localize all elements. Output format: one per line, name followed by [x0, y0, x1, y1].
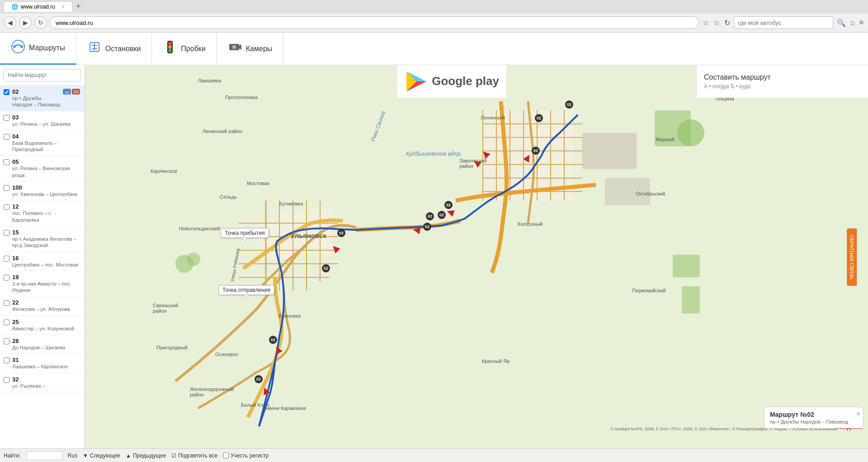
route-number: 25: [12, 319, 80, 325]
prev-icon: ▲: [126, 452, 131, 459]
route-info-close-button[interactable]: ×: [856, 410, 860, 418]
route-item[interactable]: 25Авиастар – ул. Корунковой: [0, 316, 85, 335]
route-item[interactable]: 12пос. Поливно – с. Баратаевка: [0, 200, 85, 226]
route-item[interactable]: 192-я пр-ная Авиастр – пос. Индюee: [0, 271, 85, 297]
route-item[interactable]: 04База Водоканала – Пригородный: [0, 130, 85, 156]
prev-button[interactable]: ▲ Предыдущее: [126, 452, 166, 459]
tram-icon: 🚎: [72, 89, 80, 95]
route-checkbox[interactable]: [4, 89, 9, 95]
register-checkbox[interactable]: [223, 452, 229, 458]
route-desc: ул. Рылеева –: [12, 383, 80, 389]
tab-routes-label: Маршруты: [29, 44, 65, 52]
route-checkbox[interactable]: [4, 275, 9, 281]
search-icon[interactable]: 🔍: [837, 19, 846, 27]
svg-rect-48: [682, 286, 700, 314]
home-icon[interactable]: ⌂: [850, 19, 855, 27]
route-number: 28: [12, 338, 80, 344]
route-item[interactable]: 28До Народов – Шигаева: [0, 335, 85, 354]
star-icon2[interactable]: ☆: [713, 19, 720, 27]
browser-tab-bar: 🌐 www.ulroad.ru × +: [0, 0, 868, 14]
browser-chrome: 🌐 www.ulroad.ru × + ◀ ▶ ↻ ☆ ☆ ↻ 🔍 ⌂ ≡: [0, 0, 868, 33]
find-input[interactable]: [26, 451, 62, 460]
tab-stops[interactable]: Остановки: [76, 33, 152, 65]
route-checkbox[interactable]: [4, 115, 9, 121]
svg-rect-16: [85, 65, 868, 448]
tab-close[interactable]: ×: [61, 4, 65, 10]
route-number: 04: [12, 133, 80, 140]
browser-search-input[interactable]: [734, 16, 833, 29]
svg-point-6: [168, 45, 172, 49]
route-number: 12: [12, 203, 80, 210]
route-item[interactable]: 02пр-т Дружбы Народов – Пивзавод🚌🚎: [0, 86, 85, 111]
svg-point-2: [20, 45, 23, 48]
route-checkbox[interactable]: [4, 256, 9, 262]
svg-marker-9: [239, 44, 241, 50]
route-number: 100: [12, 184, 80, 191]
svg-rect-47: [673, 255, 700, 277]
route-search-input[interactable]: [4, 69, 81, 81]
map-area[interactable]: Река Свияга Куйбышевское вдхр. Лаишевка …: [85, 65, 868, 448]
route-number: 05: [12, 158, 80, 165]
route-desc: пр-т Дружбы Народов – Пивзавод: [12, 95, 60, 108]
refresh-button[interactable]: ↻: [34, 16, 47, 29]
new-tab-button[interactable]: +: [76, 2, 81, 11]
svg-rect-46: [655, 110, 691, 147]
register-button[interactable]: Учесть регистр: [223, 452, 269, 459]
google-play-banner[interactable]: Google play: [397, 65, 506, 98]
bottom-bar: Найти: Rus ▼ Следующее ▲ Предыдущее ☑ По…: [0, 448, 868, 462]
routes-icon: [11, 39, 25, 57]
tab-routes[interactable]: Маршруты: [0, 33, 76, 65]
svg-point-5: [168, 42, 172, 45]
tab-traffic[interactable]: Пробки: [152, 33, 217, 65]
route-checkbox[interactable]: [4, 204, 9, 210]
map-svg: Река Свияга Куйбышевское вдхр.: [85, 65, 868, 448]
route-item[interactable]: 32ул. Рылеева –: [0, 373, 85, 392]
route-item[interactable]: 100ул. Хватихова – Центробанк: [0, 181, 85, 200]
route-desc: ул. Репина – ул. Шигаева: [12, 121, 80, 127]
tab-title: www.ulroad.ru: [21, 4, 55, 10]
search-label: Найти:: [4, 452, 21, 459]
route-number: 15: [12, 229, 80, 236]
google-play-label: Google play: [432, 74, 499, 88]
sidebar: 02пр-т Дружбы Народов – Пивзавод🚌🚎03ул. …: [0, 65, 85, 448]
route-desc: пос. Поливно – с. Баратаевка: [12, 210, 80, 223]
route-item[interactable]: 22Филатова – ул. Аблукова: [0, 296, 85, 315]
route-checkbox[interactable]: [4, 159, 9, 165]
route-number: 02: [12, 88, 60, 95]
refresh-page-icon[interactable]: ↻: [724, 19, 730, 27]
route-checkbox[interactable]: [4, 185, 9, 191]
route-checkbox[interactable]: [4, 338, 9, 344]
route-item[interactable]: 05ул. Репина – Винновская роща: [0, 156, 85, 181]
route-desc: Центробанк – пос. Мостовая: [12, 262, 80, 268]
route-desc: Филатова – ул. Аблукова: [12, 306, 80, 312]
feedback-button[interactable]: ОБРАТНАЯ СВЯЗЬ: [847, 228, 857, 286]
route-checkbox[interactable]: [4, 134, 9, 140]
route-checkbox[interactable]: [4, 300, 9, 306]
route-desc: Авиастар – ул. Корунковой: [12, 325, 80, 332]
route-desc: ул. Репина – Винновская роща: [12, 165, 80, 178]
tab-cameras[interactable]: Камеры: [217, 33, 284, 65]
route-checkbox[interactable]: [4, 319, 9, 325]
star-icon[interactable]: ☆: [703, 19, 709, 27]
settings-icon[interactable]: ≡: [859, 19, 863, 27]
route-item[interactable]: 03ул. Репина – ул. Шигаева: [0, 111, 85, 130]
back-button[interactable]: ◀: [4, 16, 16, 29]
tab-favicon: 🌐: [11, 4, 18, 10]
highlight-button[interactable]: ☑ Подсветить все: [171, 452, 217, 459]
route-number: 32: [12, 376, 80, 383]
route-checkbox[interactable]: [4, 357, 9, 363]
tab-stops-label: Остановки: [105, 45, 141, 53]
svg-point-1: [13, 45, 16, 48]
route-item[interactable]: 15пр-т Академика Филатова – пр-д Заводск…: [0, 226, 85, 252]
route-number: 16: [12, 255, 80, 262]
route-checkbox[interactable]: [4, 230, 9, 236]
route-desc: Лаишевка – Карлинское: [12, 363, 80, 370]
route-checkbox[interactable]: [4, 377, 9, 383]
route-item[interactable]: 31Лаишевка – Карлинское: [0, 354, 85, 373]
route-item[interactable]: 16Центробанк – пос. Мостовая: [0, 252, 85, 271]
route-builder-panel: Составить маршрут А • откуда Б • куда: [696, 65, 868, 98]
svg-text:Куйбышевское вдхр.: Куйбышевское вдхр.: [406, 150, 462, 157]
forward-button[interactable]: ▶: [19, 16, 32, 29]
address-bar[interactable]: [50, 16, 699, 29]
next-button[interactable]: ▼ Следующее: [83, 452, 120, 459]
